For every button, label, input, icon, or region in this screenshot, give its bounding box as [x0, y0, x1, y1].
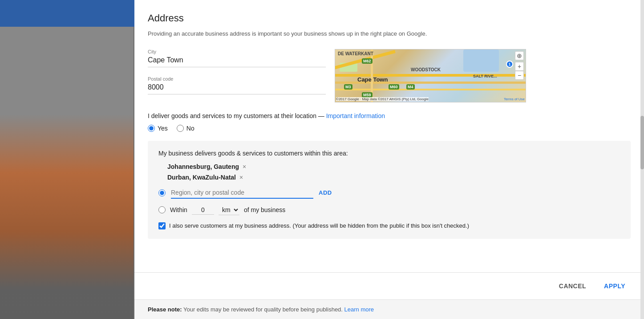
radio-yes-label: Yes	[158, 125, 168, 132]
map-road-3	[335, 89, 526, 90]
map-badge-m4: M4	[406, 84, 415, 90]
radio-yes-input[interactable]	[148, 125, 155, 132]
city-label: City	[148, 49, 326, 54]
note-bar: Please note: Your edits may be reviewed …	[134, 299, 644, 319]
note-prefix: Please note:	[148, 306, 182, 313]
within-label: Within	[170, 206, 187, 213]
within-row: Within km of my business	[158, 205, 620, 215]
delivery-area-title: My business delivers goods & services to…	[158, 150, 620, 157]
city-field-group: City Cape Town	[148, 49, 326, 67]
tag-dbn-remove[interactable]: ×	[239, 174, 243, 181]
map-label-cape-town: Cape Town	[357, 76, 388, 83]
map-badge-m60: M60	[389, 84, 399, 90]
radio-no-label: No	[186, 125, 194, 132]
area-tag-dbn: Durban, KwaZulu-Natal ×	[167, 174, 620, 181]
radio-no-option[interactable]: No	[177, 125, 194, 132]
within-distance-input[interactable]	[192, 205, 214, 215]
map-badge-m3: M3	[344, 84, 352, 90]
area-input-radio[interactable]	[158, 189, 166, 196]
map-terms[interactable]: Terms of Use	[504, 97, 525, 101]
modal-footer: CANCEL APPLY	[134, 272, 644, 299]
postal-label: Postal code	[148, 76, 326, 82]
map-water-feature	[463, 49, 499, 72]
serve-at-address-label: I also serve customers at my business ad…	[169, 221, 469, 230]
modal-subtitle: Providing an accurate business address i…	[148, 29, 631, 38]
apply-button[interactable]: APPLY	[599, 279, 631, 293]
delivery-area-box: My business delivers goods & services to…	[148, 141, 631, 239]
scrollbar-thumb[interactable]	[640, 116, 644, 169]
tag-jhb-text: Johannesburg, Gauteng	[167, 163, 239, 170]
radio-yes-option[interactable]: Yes	[148, 125, 168, 132]
scrollbar-track[interactable]	[640, 0, 644, 319]
radio-no-input[interactable]	[177, 125, 184, 132]
modal-body: Address Providing an accurate business a…	[134, 0, 644, 272]
map-controls: ⊕ + −	[515, 51, 524, 80]
postal-field-group: Postal code 8000	[148, 76, 326, 94]
map-label-de-waterkant: DE WATERKANT	[338, 51, 373, 56]
modal-title: Address	[148, 12, 631, 24]
map-zoom-in-btn[interactable]: +	[515, 62, 524, 71]
map-badge-m62: M62	[362, 58, 373, 64]
serve-at-address-checkbox[interactable]	[158, 222, 166, 229]
within-radio-input[interactable]	[158, 206, 166, 213]
address-fields: City Cape Town Postal code 8000	[148, 49, 326, 103]
unit-select[interactable]: km	[219, 205, 239, 215]
map-attribution: ©2017 Google · Map data ©2017 AfriGIS (P…	[336, 97, 429, 101]
image-strip-bg	[0, 27, 134, 319]
map-zoom-out-btn[interactable]: −	[515, 71, 524, 80]
area-input-row: ADD	[158, 187, 620, 199]
note-text: Your edits may be reviewed for quality b…	[183, 306, 343, 313]
add-area-button[interactable]: ADD	[319, 189, 332, 196]
map-label-salt-river: SALT RIVE...	[473, 74, 497, 78]
area-tag-jhb: Johannesburg, Gauteng ×	[167, 163, 620, 170]
address-modal: Address Providing an accurate business a…	[134, 0, 644, 319]
tag-jhb-remove[interactable]: ×	[243, 163, 246, 170]
important-information-link[interactable]: Important information	[326, 112, 385, 119]
map-location-btn[interactable]: ⊕	[515, 51, 524, 60]
city-value[interactable]: Cape Town	[148, 56, 326, 67]
learn-more-link[interactable]: Learn more	[344, 306, 374, 313]
delivery-radio-group: Yes No	[148, 125, 631, 132]
cancel-button[interactable]: CANCEL	[554, 279, 591, 293]
area-tags: Johannesburg, Gauteng × Durban, KwaZulu-…	[158, 163, 620, 181]
map-background: DE WATERKANT Cape Town WOODSTOCK SALT RI…	[335, 49, 526, 102]
of-business-label: of my business	[244, 206, 285, 213]
map-container[interactable]: DE WATERKANT Cape Town WOODSTOCK SALT RI…	[335, 49, 526, 102]
postal-value[interactable]: 8000	[148, 83, 326, 94]
map-location-marker: 1	[506, 61, 513, 68]
delivery-question: I deliver goods and services to my custo…	[148, 112, 631, 119]
map-label-woodstock: WOODSTOCK	[411, 67, 441, 72]
tag-dbn-text: Durban, KwaZulu-Natal	[167, 174, 236, 181]
address-form-row: City Cape Town Postal code 8000	[148, 49, 631, 103]
serve-at-address-row: I also serve customers at my business ad…	[158, 221, 620, 230]
area-search-input[interactable]	[171, 187, 313, 199]
